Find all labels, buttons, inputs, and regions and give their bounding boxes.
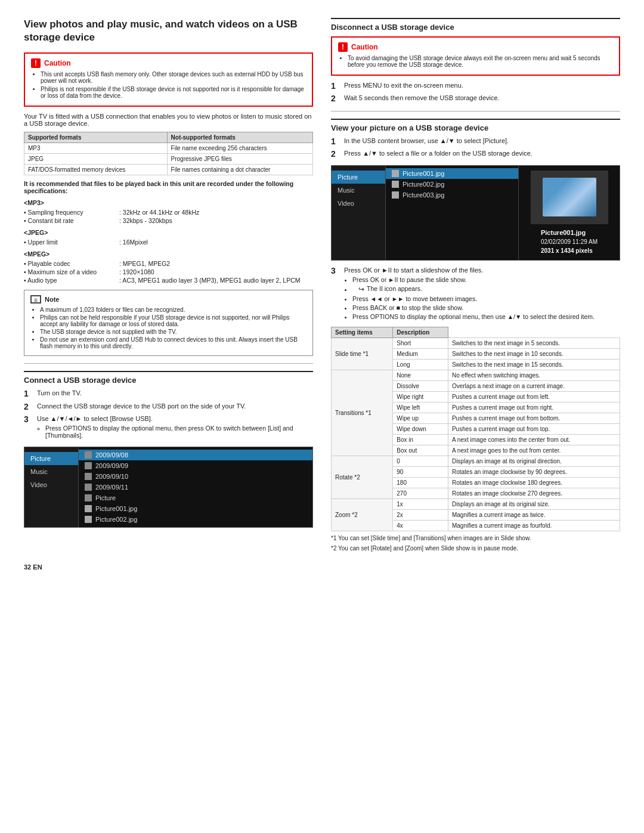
sidebar-item-video-left[interactable]: Video: [24, 478, 78, 491]
settings-description: Switches to the next image in 15 seconds…: [448, 360, 620, 370]
caution-icon-right: !: [338, 42, 348, 52]
view-steps: 1 In the USB content browser, use ▲/▼ to…: [331, 137, 620, 159]
table-row: MP3 File name exceeding 256 characters: [24, 143, 313, 154]
spec-label: • Audio type: [24, 277, 119, 284]
settings-description: Rotates an image clockwise 180 degrees.: [448, 478, 620, 488]
step-item: 1 In the USB content browser, use ▲/▼ to…: [331, 137, 620, 146]
page-footer: 32 EN: [24, 563, 620, 571]
file-name: 2009/09/09: [95, 462, 128, 469]
sidebar-item-video-right[interactable]: Video: [332, 197, 385, 210]
note-item: The USB storage device is not supplied w…: [40, 329, 306, 335]
intro-text: Your TV is fitted with a USB connection …: [24, 113, 313, 127]
file-name: Picture001.jpg: [95, 505, 137, 512]
browser-file[interactable]: 2009/09/11: [79, 482, 312, 493]
mpeg-header: <MPEG>: [24, 250, 313, 258]
settings-description: No effect when switching images.: [448, 370, 620, 381]
footnote-2: *2 You can set [Rotate] and [Zoom] when …: [331, 545, 620, 552]
table-cell: JPEG: [24, 154, 168, 165]
browser-file[interactable]: Picture001.jpg: [386, 168, 518, 179]
preview-panel: Picture001.jpg 02/02/2009 11:29 AM 2031 …: [518, 166, 620, 261]
settings-option: Dissolve: [393, 381, 448, 392]
settings-option: 270: [393, 488, 448, 499]
table-cell: FAT/DOS-formatted memory devices: [24, 165, 168, 175]
step-bullet: Press OPTIONS to display the optional me…: [352, 313, 620, 320]
browser-filelist-right: Picture001.jpg Picture002.jpg Picture003…: [385, 166, 518, 261]
sidebar-item-picture-right[interactable]: Picture: [332, 171, 385, 184]
step3-item: 3 Press OK or ►II to start a slideshow o…: [331, 267, 620, 322]
step-text: Connect the USB storage device to the US…: [37, 402, 313, 411]
file-name: Picture001.jpg: [402, 170, 444, 177]
sidebar-item-music-left[interactable]: Music: [24, 465, 78, 478]
note-list: A maximum of 1,023 folders or files can …: [30, 306, 306, 349]
settings-description: Pushes a current image out from left.: [448, 392, 620, 402]
step-text: Press ▲/▼ to select a file or a folder o…: [344, 150, 620, 159]
step-number: 1: [331, 82, 342, 91]
spec-value: : MPEG1, MPEG2: [119, 260, 313, 267]
table-cell: File name exceeding 256 characters: [167, 143, 312, 154]
preview-date: 02/02/2009 11:29 AM: [541, 237, 597, 246]
note-label: Note: [45, 296, 59, 303]
note-item: Philips can not be held responsible if y…: [40, 314, 306, 327]
caution-icon-left: !: [31, 58, 41, 68]
browser-sidebar-right: Picture Music Video: [332, 166, 385, 261]
browser-file[interactable]: Picture002.jpg: [386, 179, 518, 190]
caution-item: This unit accepts USB flash memory only.…: [41, 71, 306, 84]
table-row: JPEG Progressive JPEG files: [24, 154, 313, 165]
table-cell: Progressive JPEG files: [167, 154, 312, 165]
settings-option: None: [393, 370, 448, 381]
settings-description: Rotates an image clockwise 270 degrees.: [448, 488, 620, 499]
spec-label: • Upper limit: [24, 239, 119, 246]
settings-description: Magnifies a current image as twice.: [448, 510, 620, 521]
step-item: 2 Connect the USB storage device to the …: [24, 402, 313, 411]
step-bullet: Press BACK or ■ to stop the slide show.: [352, 304, 620, 311]
settings-option: 90: [393, 467, 448, 478]
spec-label: • Sampling frequency: [24, 209, 119, 216]
browser-file[interactable]: Picture: [79, 493, 312, 503]
browser-file[interactable]: 2009/09/09: [79, 460, 312, 471]
caution-list-left: This unit accepts USB flash memory only.…: [31, 71, 306, 99]
folder-icon: [85, 462, 92, 469]
step-bullets: Press OPTIONS to display the optional me…: [37, 425, 313, 439]
file-icon: [85, 505, 92, 512]
caution-item: To avoid damaging the USB storage device…: [348, 55, 613, 68]
browser-file[interactable]: Picture003.jpg: [386, 190, 518, 200]
file-name: Picture: [95, 494, 116, 501]
settings-option: Box in: [393, 435, 448, 445]
settings-option: Long: [393, 360, 448, 370]
preview-image-box: [531, 171, 608, 224]
connect-section-title: Connect a USB storage device: [24, 371, 313, 385]
browser-file[interactable]: 2009/09/10: [79, 471, 312, 482]
spec-row: • Audio type : AC3, MPEG1 audio layer 3 …: [24, 277, 313, 284]
settings-description: Overlaps a next image on a current image…: [448, 381, 620, 392]
browser-file[interactable]: Picture002.jpg: [79, 514, 312, 525]
settings-description: Magnifies a current image as fourfold.: [448, 521, 620, 531]
divider: [331, 111, 620, 112]
file-browser-right: Picture Music Video Picture001.jpg Pictu…: [331, 165, 620, 261]
settings-option: Box out: [393, 445, 448, 456]
spec-value: : 16Mpixel: [119, 239, 313, 246]
step-bullet: Press ◄◄ or ►► to move between images.: [352, 295, 620, 302]
settings-description: Displays an image at its original size.: [448, 499, 620, 510]
settings-col-header-item: Setting items: [332, 327, 393, 338]
browser-file[interactable]: Picture001.jpg: [79, 503, 312, 514]
browser-file[interactable]: 2009/09/08: [79, 450, 312, 460]
settings-option: 180: [393, 478, 448, 488]
sidebar-item-picture-left[interactable]: Picture: [24, 452, 78, 465]
step-item: 3 Use ▲/▼/◄/► to select [Browse USB]. Pr…: [24, 415, 313, 441]
step-number: 2: [331, 94, 342, 103]
file-name: Picture003.jpg: [402, 191, 444, 199]
spec-value: : 32kHz or 44.1kHz or 48kHz: [119, 209, 313, 216]
caution-box-left: ! Caution This unit accepts USB flash me…: [24, 52, 313, 107]
note-item: A maximum of 1,023 folders or files can …: [40, 306, 306, 313]
folder-icon: [85, 484, 92, 491]
spec-value: : 32kbps - 320kbps: [119, 217, 313, 224]
step-text: Press MENU to exit the on-screen menu.: [344, 82, 620, 91]
caution-label-left: Caution: [44, 59, 71, 67]
right-column: Disconnect a USB storage device ! Cautio…: [331, 18, 620, 552]
settings-description: Pushes a current image out from right.: [448, 402, 620, 413]
spec-row: • Sampling frequency : 32kHz or 44.1kHz …: [24, 209, 313, 216]
disconnect-steps: 1 Press MENU to exit the on-screen menu.…: [331, 82, 620, 104]
file-icon: [85, 516, 92, 523]
sidebar-item-music-right[interactable]: Music: [332, 184, 385, 197]
step-number: 1: [331, 137, 342, 146]
